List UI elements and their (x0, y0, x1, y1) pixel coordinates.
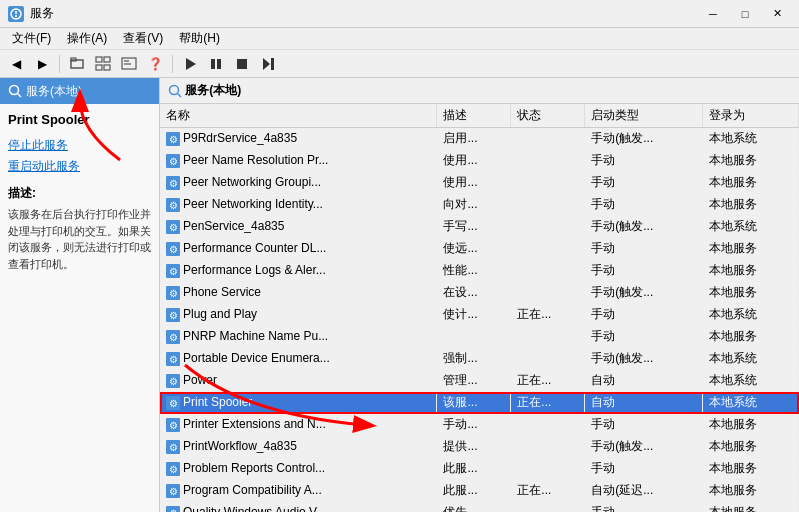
cell-status (511, 194, 585, 216)
table-row[interactable]: Peer Networking Groupi...使用...手动本地服务 (160, 172, 799, 194)
content-search-icon (168, 84, 182, 98)
title-bar: 服务 ─ □ ✕ (0, 0, 799, 28)
title-controls: ─ □ ✕ (699, 4, 791, 24)
table-row[interactable]: Plug and Play使计...正在...手动本地系统 (160, 304, 799, 326)
table-row[interactable]: Printer Extensions and N...手动...手动本地服务 (160, 414, 799, 436)
svg-rect-13 (211, 59, 215, 69)
cell-status (511, 128, 585, 150)
col-startup[interactable]: 启动类型 (585, 104, 703, 128)
toolbar-restart[interactable] (256, 53, 280, 75)
table-row[interactable]: Quality Windows Audio V...优先...手动本地服务 (160, 502, 799, 513)
cell-desc (437, 326, 511, 348)
table-row[interactable]: Problem Reports Control...此服...手动本地服务 (160, 458, 799, 480)
table-row[interactable]: Phone Service在设...手动(触发...本地服务 (160, 282, 799, 304)
toolbar-sep-2 (172, 55, 173, 73)
svg-marker-16 (263, 58, 270, 70)
sidebar-content: Print Spooler 停止此服务 重启动此服务 描述: 该服务在后台执行打… (0, 104, 159, 512)
table-row[interactable]: Power管理...正在...自动本地系统 (160, 370, 799, 392)
content-header-label: 服务(本地) (185, 82, 241, 99)
col-name[interactable]: 名称 (160, 104, 437, 128)
table-row[interactable]: Portable Device Enumera...强制...手动(触发...本… (160, 348, 799, 370)
services-table-container[interactable]: 名称 描述 状态 启动类型 登录为 P9RdrService_4a835启用..… (160, 104, 799, 512)
cell-status (511, 502, 585, 513)
cell-name: PrintWorkflow_4a835 (160, 436, 437, 458)
cell-status: 正在... (511, 392, 585, 414)
svg-rect-17 (271, 58, 274, 70)
cell-name: Performance Logs & Aler... (160, 260, 437, 282)
cell-startup: 手动 (585, 150, 703, 172)
cell-status: 正在... (511, 304, 585, 326)
cell-status (511, 172, 585, 194)
table-row[interactable]: Peer Name Resolution Pr...使用...手动本地服务 (160, 150, 799, 172)
cell-login: 本地系统 (703, 216, 799, 238)
cell-name: PenService_4a835 (160, 216, 437, 238)
cell-name: Plug and Play (160, 304, 437, 326)
toolbar-stop[interactable] (230, 53, 254, 75)
col-login[interactable]: 登录为 (703, 104, 799, 128)
cell-startup: 自动(延迟... (585, 480, 703, 502)
menu-view[interactable]: 查看(V) (115, 28, 171, 49)
cell-login: 本地服务 (703, 480, 799, 502)
selected-service-name: Print Spooler (8, 112, 151, 127)
cell-desc: 在设... (437, 282, 511, 304)
cell-startup: 自动 (585, 370, 703, 392)
col-desc[interactable]: 描述 (437, 104, 511, 128)
table-row[interactable]: PrintWorkflow_4a835提供...手动(触发...本地服务 (160, 436, 799, 458)
toolbar-back[interactable]: ◀ (4, 53, 28, 75)
maximize-button[interactable]: □ (731, 4, 759, 24)
table-row[interactable]: Program Compatibility A...此服...正在...自动(延… (160, 480, 799, 502)
table-row[interactable]: Performance Logs & Aler...性能...手动本地服务 (160, 260, 799, 282)
table-row[interactable]: Peer Networking Identity...向对...手动本地服务 (160, 194, 799, 216)
svg-rect-6 (104, 57, 110, 62)
cell-status (511, 414, 585, 436)
toolbar-console[interactable] (117, 53, 141, 75)
cell-login: 本地系统 (703, 304, 799, 326)
toolbar-pause[interactable] (204, 53, 228, 75)
svg-line-21 (178, 93, 182, 97)
cell-name: Peer Networking Identity... (160, 194, 437, 216)
cell-login: 本地服务 (703, 238, 799, 260)
toolbar-show-tree[interactable] (91, 53, 115, 75)
cell-startup: 手动(触发... (585, 436, 703, 458)
toolbar-forward[interactable]: ▶ (30, 53, 54, 75)
cell-login: 本地系统 (703, 392, 799, 414)
toolbar-up[interactable] (65, 53, 89, 75)
cell-login: 本地服务 (703, 326, 799, 348)
menu-file[interactable]: 文件(F) (4, 28, 59, 49)
cell-startup: 自动 (585, 392, 703, 414)
restart-service-link[interactable]: 重启动此服务 (8, 158, 151, 175)
cell-login: 本地服务 (703, 150, 799, 172)
cell-desc: 向对... (437, 194, 511, 216)
close-button[interactable]: ✕ (763, 4, 791, 24)
table-row[interactable]: P9RdrService_4a835启用...手动(触发...本地系统 (160, 128, 799, 150)
table-row[interactable]: Performance Counter DL...使远...手动本地服务 (160, 238, 799, 260)
cell-name: Portable Device Enumera... (160, 348, 437, 370)
window-title: 服务 (30, 5, 54, 22)
cell-startup: 手动 (585, 414, 703, 436)
minimize-button[interactable]: ─ (699, 4, 727, 24)
cell-login: 本地系统 (703, 370, 799, 392)
menu-action[interactable]: 操作(A) (59, 28, 115, 49)
cell-name: Peer Name Resolution Pr... (160, 150, 437, 172)
menu-help[interactable]: 帮助(H) (171, 28, 228, 49)
cell-login: 本地服务 (703, 260, 799, 282)
cell-name: Peer Networking Groupi... (160, 172, 437, 194)
cell-name: Performance Counter DL... (160, 238, 437, 260)
sidebar-header-label: 服务(本地) (26, 83, 82, 100)
cell-status (511, 326, 585, 348)
table-row[interactable]: PenService_4a835手写...手动(触发...本地系统 (160, 216, 799, 238)
toolbar-sep-1 (59, 55, 60, 73)
svg-rect-8 (104, 65, 110, 70)
table-row[interactable]: PNRP Machine Name Pu...手动本地服务 (160, 326, 799, 348)
cell-status (511, 436, 585, 458)
toolbar-connect[interactable] (178, 53, 202, 75)
cell-login: 本地系统 (703, 348, 799, 370)
cell-status (511, 348, 585, 370)
stop-service-link[interactable]: 停止此服务 (8, 137, 151, 154)
svg-marker-12 (186, 58, 196, 70)
content-area: 服务(本地) 名称 描述 状态 启动类型 登录为 P9RdrService_4a… (160, 78, 799, 512)
table-row[interactable]: Print Spooler该服...正在...自动本地系统 (160, 392, 799, 414)
toolbar-help[interactable]: ❓ (143, 53, 167, 75)
header-row: 名称 描述 状态 启动类型 登录为 (160, 104, 799, 128)
col-status[interactable]: 状态 (511, 104, 585, 128)
